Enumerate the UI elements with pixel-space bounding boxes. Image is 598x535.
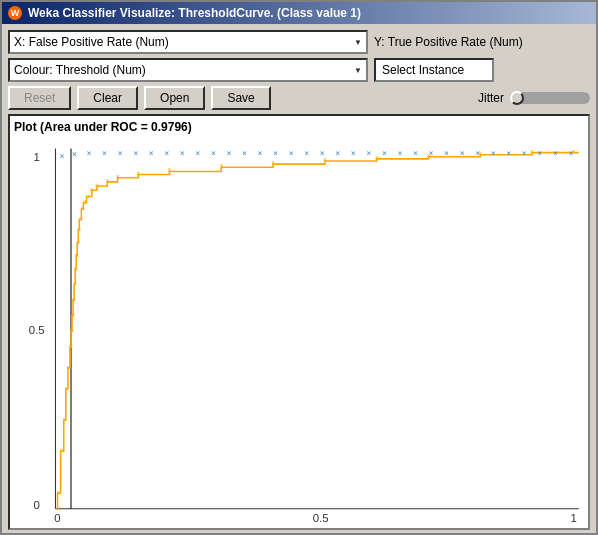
svg-text:1: 1 bbox=[570, 512, 576, 524]
svg-text:×: × bbox=[75, 251, 79, 260]
svg-text:×: × bbox=[72, 149, 77, 159]
app-icon: W bbox=[8, 6, 22, 20]
svg-text:×: × bbox=[426, 151, 430, 160]
svg-text:×: × bbox=[56, 504, 60, 513]
svg-text:×: × bbox=[69, 342, 73, 351]
svg-text:×: × bbox=[553, 148, 558, 158]
svg-text:×: × bbox=[506, 148, 511, 158]
svg-text:×: × bbox=[273, 148, 278, 158]
svg-text:×: × bbox=[136, 169, 140, 178]
x-axis-row: X: False Positive Rate (Num) ▼ Y: True P… bbox=[8, 30, 590, 54]
svg-text:1: 1 bbox=[34, 151, 40, 163]
svg-text:×: × bbox=[195, 148, 200, 158]
chart-container: 1 0.5 0 0 0.5 1 bbox=[14, 138, 584, 524]
svg-text:×: × bbox=[413, 148, 418, 158]
roc-chart: 1 0.5 0 0 0.5 1 bbox=[14, 138, 584, 524]
svg-text:×: × bbox=[118, 148, 123, 158]
svg-text:×: × bbox=[572, 147, 576, 156]
svg-text:×: × bbox=[219, 161, 223, 170]
svg-text:×: × bbox=[87, 148, 92, 158]
svg-text:×: × bbox=[478, 149, 482, 158]
svg-text:×: × bbox=[460, 148, 465, 158]
y-axis-label: Y: True Positive Rate (Num) bbox=[374, 35, 523, 49]
svg-text:×: × bbox=[90, 185, 94, 194]
svg-text:×: × bbox=[116, 172, 120, 181]
clear-button[interactable]: Clear bbox=[77, 86, 138, 110]
plot-title: Plot (Area under ROC = 0.9796) bbox=[14, 120, 584, 134]
reset-button[interactable]: Reset bbox=[8, 86, 71, 110]
svg-text:×: × bbox=[95, 181, 99, 190]
content-area: X: False Positive Rate (Num) ▼ Y: True P… bbox=[2, 24, 596, 535]
svg-text:×: × bbox=[60, 446, 64, 455]
svg-text:×: × bbox=[56, 488, 60, 497]
svg-text:×: × bbox=[180, 148, 185, 158]
svg-text:0.5: 0.5 bbox=[29, 324, 45, 336]
svg-text:×: × bbox=[70, 326, 74, 335]
svg-text:×: × bbox=[133, 148, 138, 158]
svg-text:×: × bbox=[72, 295, 76, 304]
svg-text:×: × bbox=[271, 158, 275, 167]
jitter-label: Jitter bbox=[478, 91, 504, 105]
jitter-slider[interactable] bbox=[510, 92, 590, 104]
svg-text:×: × bbox=[78, 215, 82, 224]
svg-text:×: × bbox=[258, 148, 263, 158]
jitter-control: Jitter bbox=[478, 91, 590, 105]
x-axis-dropdown[interactable]: X: False Positive Rate (Num) ▼ bbox=[8, 30, 368, 54]
svg-text:×: × bbox=[304, 148, 309, 158]
svg-text:×: × bbox=[491, 148, 496, 158]
open-button[interactable]: Open bbox=[144, 86, 205, 110]
svg-text:×: × bbox=[77, 225, 81, 234]
svg-text:×: × bbox=[366, 148, 371, 158]
svg-text:×: × bbox=[522, 148, 527, 158]
svg-text:×: × bbox=[397, 148, 402, 158]
svg-text:×: × bbox=[65, 384, 69, 393]
buttons-row: Reset Clear Open Save Jitter bbox=[8, 86, 590, 110]
svg-text:×: × bbox=[76, 238, 80, 247]
save-button[interactable]: Save bbox=[211, 86, 270, 110]
svg-text:0: 0 bbox=[34, 499, 40, 511]
plot-area: Plot (Area under ROC = 0.9796) 1 0.5 0 0… bbox=[8, 114, 590, 530]
svg-text:×: × bbox=[71, 311, 75, 320]
svg-text:×: × bbox=[73, 279, 77, 288]
svg-text:×: × bbox=[211, 148, 216, 158]
svg-text:×: × bbox=[382, 148, 387, 158]
svg-text:×: × bbox=[102, 148, 107, 158]
colour-row: Colour: Threshold (Num) ▼ Select Instanc… bbox=[8, 58, 590, 82]
svg-text:×: × bbox=[149, 148, 154, 158]
svg-text:×: × bbox=[63, 415, 67, 424]
svg-text:×: × bbox=[530, 147, 534, 156]
svg-text:×: × bbox=[74, 265, 78, 274]
svg-text:×: × bbox=[335, 148, 340, 158]
svg-text:×: × bbox=[444, 148, 449, 158]
svg-text:×: × bbox=[289, 148, 294, 158]
svg-text:×: × bbox=[167, 165, 171, 174]
main-window: W Weka Classifier Visualize: ThresholdCu… bbox=[0, 0, 598, 535]
colour-dropdown[interactable]: Colour: Threshold (Num) ▼ bbox=[8, 58, 368, 82]
window-title: Weka Classifier Visualize: ThresholdCurv… bbox=[28, 6, 361, 20]
svg-text:×: × bbox=[375, 153, 379, 162]
svg-text:0: 0 bbox=[54, 512, 60, 524]
svg-text:×: × bbox=[67, 363, 71, 372]
select-instance-button[interactable]: Select Instance bbox=[374, 58, 494, 82]
colour-dropdown-arrow: ▼ bbox=[354, 66, 362, 75]
x-axis-dropdown-arrow: ▼ bbox=[354, 38, 362, 47]
svg-text:×: × bbox=[537, 148, 542, 158]
jitter-thumb bbox=[510, 91, 524, 105]
title-bar: W Weka Classifier Visualize: ThresholdCu… bbox=[2, 2, 596, 24]
svg-text:×: × bbox=[226, 148, 231, 158]
svg-text:×: × bbox=[351, 148, 356, 158]
svg-text:0.5: 0.5 bbox=[313, 512, 329, 524]
svg-text:×: × bbox=[60, 151, 65, 161]
svg-text:×: × bbox=[105, 176, 109, 185]
svg-text:×: × bbox=[242, 148, 247, 158]
svg-rect-0 bbox=[14, 138, 584, 524]
svg-text:×: × bbox=[164, 148, 169, 158]
svg-text:×: × bbox=[323, 155, 327, 164]
